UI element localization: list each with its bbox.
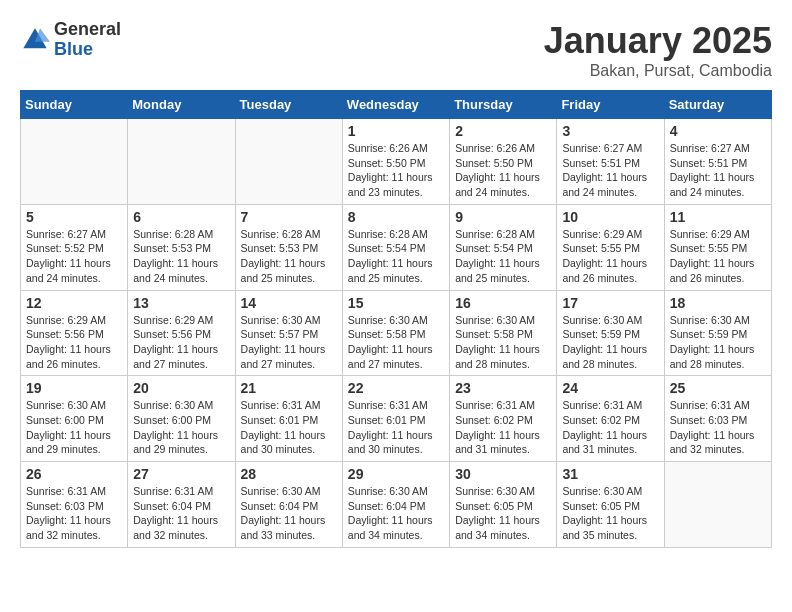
calendar-day-cell: 2Sunrise: 6:26 AM Sunset: 5:50 PM Daylig… — [450, 119, 557, 205]
day-info: Sunrise: 6:31 AM Sunset: 6:04 PM Dayligh… — [133, 484, 229, 543]
day-info: Sunrise: 6:31 AM Sunset: 6:03 PM Dayligh… — [26, 484, 122, 543]
day-info: Sunrise: 6:26 AM Sunset: 5:50 PM Dayligh… — [455, 141, 551, 200]
calendar-day-cell: 10Sunrise: 6:29 AM Sunset: 5:55 PM Dayli… — [557, 204, 664, 290]
calendar-table: SundayMondayTuesdayWednesdayThursdayFrid… — [20, 90, 772, 548]
calendar-week-row: 1Sunrise: 6:26 AM Sunset: 5:50 PM Daylig… — [21, 119, 772, 205]
calendar-day-cell: 3Sunrise: 6:27 AM Sunset: 5:51 PM Daylig… — [557, 119, 664, 205]
day-number: 18 — [670, 295, 766, 311]
logo-general-text: General — [54, 20, 121, 40]
logo-blue-text: Blue — [54, 40, 121, 60]
day-number: 25 — [670, 380, 766, 396]
calendar-day-cell: 28Sunrise: 6:30 AM Sunset: 6:04 PM Dayli… — [235, 462, 342, 548]
day-number: 12 — [26, 295, 122, 311]
day-info: Sunrise: 6:28 AM Sunset: 5:54 PM Dayligh… — [348, 227, 444, 286]
calendar-day-cell: 26Sunrise: 6:31 AM Sunset: 6:03 PM Dayli… — [21, 462, 128, 548]
day-number: 21 — [241, 380, 337, 396]
day-number: 10 — [562, 209, 658, 225]
weekday-header-sunday: Sunday — [21, 91, 128, 119]
day-number: 29 — [348, 466, 444, 482]
calendar-day-cell: 14Sunrise: 6:30 AM Sunset: 5:57 PM Dayli… — [235, 290, 342, 376]
day-info: Sunrise: 6:30 AM Sunset: 5:57 PM Dayligh… — [241, 313, 337, 372]
day-info: Sunrise: 6:30 AM Sunset: 6:04 PM Dayligh… — [241, 484, 337, 543]
day-number: 11 — [670, 209, 766, 225]
calendar-day-cell: 16Sunrise: 6:30 AM Sunset: 5:58 PM Dayli… — [450, 290, 557, 376]
day-info: Sunrise: 6:30 AM Sunset: 5:59 PM Dayligh… — [670, 313, 766, 372]
weekday-header-friday: Friday — [557, 91, 664, 119]
day-number: 19 — [26, 380, 122, 396]
calendar-day-cell — [235, 119, 342, 205]
weekday-header-thursday: Thursday — [450, 91, 557, 119]
day-number: 24 — [562, 380, 658, 396]
day-number: 30 — [455, 466, 551, 482]
day-info: Sunrise: 6:30 AM Sunset: 6:04 PM Dayligh… — [348, 484, 444, 543]
calendar-day-cell — [21, 119, 128, 205]
day-number: 6 — [133, 209, 229, 225]
calendar-week-row: 5Sunrise: 6:27 AM Sunset: 5:52 PM Daylig… — [21, 204, 772, 290]
day-info: Sunrise: 6:28 AM Sunset: 5:53 PM Dayligh… — [133, 227, 229, 286]
calendar-day-cell: 6Sunrise: 6:28 AM Sunset: 5:53 PM Daylig… — [128, 204, 235, 290]
calendar-week-row: 26Sunrise: 6:31 AM Sunset: 6:03 PM Dayli… — [21, 462, 772, 548]
calendar-day-cell: 15Sunrise: 6:30 AM Sunset: 5:58 PM Dayli… — [342, 290, 449, 376]
calendar-day-cell: 9Sunrise: 6:28 AM Sunset: 5:54 PM Daylig… — [450, 204, 557, 290]
day-info: Sunrise: 6:31 AM Sunset: 6:01 PM Dayligh… — [241, 398, 337, 457]
day-number: 17 — [562, 295, 658, 311]
calendar-day-cell: 7Sunrise: 6:28 AM Sunset: 5:53 PM Daylig… — [235, 204, 342, 290]
day-info: Sunrise: 6:30 AM Sunset: 5:59 PM Dayligh… — [562, 313, 658, 372]
calendar-day-cell: 20Sunrise: 6:30 AM Sunset: 6:00 PM Dayli… — [128, 376, 235, 462]
day-info: Sunrise: 6:30 AM Sunset: 6:00 PM Dayligh… — [133, 398, 229, 457]
day-number: 3 — [562, 123, 658, 139]
weekday-header-monday: Monday — [128, 91, 235, 119]
day-info: Sunrise: 6:26 AM Sunset: 5:50 PM Dayligh… — [348, 141, 444, 200]
day-number: 27 — [133, 466, 229, 482]
weekday-header-saturday: Saturday — [664, 91, 771, 119]
day-info: Sunrise: 6:29 AM Sunset: 5:55 PM Dayligh… — [562, 227, 658, 286]
calendar-day-cell: 27Sunrise: 6:31 AM Sunset: 6:04 PM Dayli… — [128, 462, 235, 548]
calendar-day-cell: 31Sunrise: 6:30 AM Sunset: 6:05 PM Dayli… — [557, 462, 664, 548]
calendar-subtitle: Bakan, Pursat, Cambodia — [544, 62, 772, 80]
day-number: 9 — [455, 209, 551, 225]
logo: General Blue — [20, 20, 121, 60]
day-number: 15 — [348, 295, 444, 311]
day-info: Sunrise: 6:27 AM Sunset: 5:51 PM Dayligh… — [670, 141, 766, 200]
day-number: 23 — [455, 380, 551, 396]
calendar-day-cell: 30Sunrise: 6:30 AM Sunset: 6:05 PM Dayli… — [450, 462, 557, 548]
weekday-header-row: SundayMondayTuesdayWednesdayThursdayFrid… — [21, 91, 772, 119]
day-info: Sunrise: 6:27 AM Sunset: 5:52 PM Dayligh… — [26, 227, 122, 286]
day-number: 7 — [241, 209, 337, 225]
calendar-day-cell: 23Sunrise: 6:31 AM Sunset: 6:02 PM Dayli… — [450, 376, 557, 462]
calendar-day-cell: 22Sunrise: 6:31 AM Sunset: 6:01 PM Dayli… — [342, 376, 449, 462]
day-number: 2 — [455, 123, 551, 139]
logo-icon — [20, 25, 50, 55]
calendar-day-cell: 17Sunrise: 6:30 AM Sunset: 5:59 PM Dayli… — [557, 290, 664, 376]
day-info: Sunrise: 6:29 AM Sunset: 5:56 PM Dayligh… — [26, 313, 122, 372]
day-number: 20 — [133, 380, 229, 396]
calendar-day-cell: 11Sunrise: 6:29 AM Sunset: 5:55 PM Dayli… — [664, 204, 771, 290]
day-info: Sunrise: 6:31 AM Sunset: 6:01 PM Dayligh… — [348, 398, 444, 457]
calendar-day-cell: 25Sunrise: 6:31 AM Sunset: 6:03 PM Dayli… — [664, 376, 771, 462]
calendar-day-cell — [128, 119, 235, 205]
day-number: 5 — [26, 209, 122, 225]
calendar-day-cell: 13Sunrise: 6:29 AM Sunset: 5:56 PM Dayli… — [128, 290, 235, 376]
calendar-day-cell: 21Sunrise: 6:31 AM Sunset: 6:01 PM Dayli… — [235, 376, 342, 462]
weekday-header-wednesday: Wednesday — [342, 91, 449, 119]
day-number: 14 — [241, 295, 337, 311]
calendar-week-row: 12Sunrise: 6:29 AM Sunset: 5:56 PM Dayli… — [21, 290, 772, 376]
title-area: January 2025 Bakan, Pursat, Cambodia — [544, 20, 772, 80]
day-info: Sunrise: 6:27 AM Sunset: 5:51 PM Dayligh… — [562, 141, 658, 200]
day-number: 26 — [26, 466, 122, 482]
day-info: Sunrise: 6:31 AM Sunset: 6:03 PM Dayligh… — [670, 398, 766, 457]
calendar-day-cell: 4Sunrise: 6:27 AM Sunset: 5:51 PM Daylig… — [664, 119, 771, 205]
day-number: 8 — [348, 209, 444, 225]
day-number: 16 — [455, 295, 551, 311]
calendar-day-cell: 29Sunrise: 6:30 AM Sunset: 6:04 PM Dayli… — [342, 462, 449, 548]
weekday-header-tuesday: Tuesday — [235, 91, 342, 119]
calendar-day-cell: 5Sunrise: 6:27 AM Sunset: 5:52 PM Daylig… — [21, 204, 128, 290]
day-info: Sunrise: 6:31 AM Sunset: 6:02 PM Dayligh… — [562, 398, 658, 457]
day-number: 13 — [133, 295, 229, 311]
day-info: Sunrise: 6:30 AM Sunset: 6:05 PM Dayligh… — [455, 484, 551, 543]
day-number: 31 — [562, 466, 658, 482]
day-number: 22 — [348, 380, 444, 396]
calendar-day-cell: 12Sunrise: 6:29 AM Sunset: 5:56 PM Dayli… — [21, 290, 128, 376]
calendar-title: January 2025 — [544, 20, 772, 62]
calendar-week-row: 19Sunrise: 6:30 AM Sunset: 6:00 PM Dayli… — [21, 376, 772, 462]
